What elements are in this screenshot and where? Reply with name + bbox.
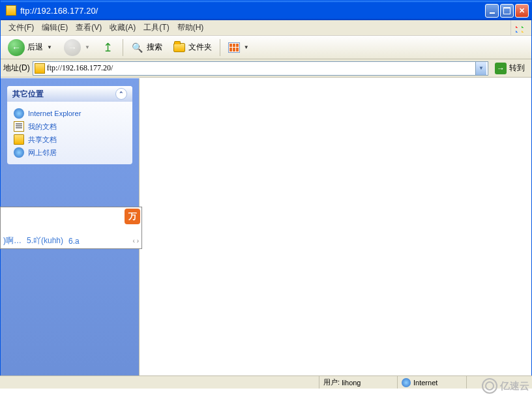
forward-button[interactable]: → ▼ xyxy=(59,37,96,59)
ime-popup: 万 )啊… 5.吖(kuhh) 6.a ‹ › xyxy=(0,207,142,249)
link-shared-label: 共享文档 xyxy=(28,135,57,145)
back-button[interactable]: ← 后退 ▼ xyxy=(3,37,58,59)
status-user: 用户: lihong xyxy=(319,376,398,389)
minimize-button[interactable] xyxy=(485,4,499,18)
go-icon: → xyxy=(495,63,507,74)
address-dropdown-icon[interactable]: ▼ xyxy=(475,62,486,75)
views-dropdown-icon[interactable]: ▼ xyxy=(243,44,250,50)
views-button[interactable]: ▼ xyxy=(224,40,255,55)
close-button[interactable]: ✕ xyxy=(515,4,529,18)
address-bar: 地址(D) ftp://192.168.177.20/ ▼ → 转到 xyxy=(1,59,531,78)
back-dropdown-icon[interactable]: ▼ xyxy=(46,44,53,50)
back-icon: ← xyxy=(8,39,25,56)
ime-candidate-2[interactable]: 5.吖(kuhh) xyxy=(27,235,63,246)
views-icon xyxy=(228,42,240,53)
menu-tools[interactable]: 工具(T) xyxy=(140,21,173,35)
other-places-title: 其它位置 xyxy=(12,89,44,100)
other-places-header[interactable]: 其它位置 ⌃ xyxy=(7,86,132,102)
status-zone-label: Internet xyxy=(413,379,437,387)
document-icon xyxy=(14,121,24,132)
forward-icon: → xyxy=(64,39,81,56)
link-network-neighborhood[interactable]: 网上邻居 xyxy=(14,146,126,159)
go-label: 转到 xyxy=(509,63,525,74)
go-button[interactable]: → 转到 xyxy=(491,61,529,76)
toolbar: ← 后退 ▼ → ▼ ↥ 🔍 搜索 文件夹 ▼ xyxy=(1,36,531,59)
folders-button[interactable]: 文件夹 xyxy=(168,38,216,57)
window-title: ftp://192.168.177.20/ xyxy=(19,6,485,16)
menu-favorites[interactable]: 收藏(A) xyxy=(106,21,140,35)
link-mydocs-label: 我的文档 xyxy=(28,122,57,132)
status-bar: 用户: lihong Internet xyxy=(0,375,532,389)
ime-candidate-3[interactable]: 6.a xyxy=(68,237,80,246)
menubar: 文件(F) 编辑(E) 查看(V) 收藏(A) 工具(T) 帮助(H) xyxy=(1,20,531,36)
ime-pager[interactable]: ‹ › xyxy=(133,237,139,244)
shared-folder-icon xyxy=(14,134,24,145)
up-icon: ↥ xyxy=(102,41,115,54)
status-user-label: 用户: xyxy=(323,377,340,387)
status-zone: Internet xyxy=(398,376,467,389)
menu-file[interactable]: 文件(F) xyxy=(5,21,38,35)
titlebar: ftp://192.168.177.20/ ✕ xyxy=(1,1,531,20)
address-input[interactable]: ftp://192.168.177.20/ ▼ xyxy=(33,61,488,76)
other-places-box: 其它位置 ⌃ Internet Explorer 我的文档 共享文档 xyxy=(7,86,132,164)
collapse-icon[interactable]: ⌃ xyxy=(115,88,127,100)
file-list-pane[interactable] xyxy=(139,78,531,388)
up-button[interactable]: ↥ xyxy=(97,38,119,57)
back-label: 后退 xyxy=(27,42,43,53)
search-icon: 🔍 xyxy=(131,41,144,54)
toolbar-separator xyxy=(220,39,220,56)
address-label: 地址(D) xyxy=(3,63,30,74)
window-icon xyxy=(6,5,16,16)
menu-view[interactable]: 查看(V) xyxy=(72,21,106,35)
address-icon xyxy=(35,63,45,74)
link-shared-documents[interactable]: 共享文档 xyxy=(14,133,126,146)
folders-label: 文件夹 xyxy=(188,42,212,53)
toolbar-separator xyxy=(123,39,123,56)
menu-edit[interactable]: 编辑(E) xyxy=(38,21,72,35)
search-button[interactable]: 🔍 搜索 xyxy=(126,38,167,57)
menu-help[interactable]: 帮助(H) xyxy=(173,21,208,35)
status-left xyxy=(0,376,319,389)
ime-brand-icon: 万 xyxy=(125,209,140,224)
ime-candidate-1[interactable]: )啊… xyxy=(3,235,22,246)
watermark-text: 亿速云 xyxy=(500,380,529,392)
internet-zone-icon xyxy=(402,378,411,387)
network-icon xyxy=(14,147,24,158)
link-ie-label: Internet Explorer xyxy=(28,110,81,117)
windows-logo-icon xyxy=(510,20,531,36)
link-internet-explorer[interactable]: Internet Explorer xyxy=(14,107,126,120)
status-user-value: lihong xyxy=(342,379,361,387)
search-label: 搜索 xyxy=(147,42,162,53)
link-my-documents[interactable]: 我的文档 xyxy=(14,120,126,133)
watermark: 亿速云 xyxy=(482,375,529,397)
ie-icon xyxy=(14,108,24,119)
address-value: ftp://192.168.177.20/ xyxy=(47,63,475,73)
link-network-label: 网上邻居 xyxy=(28,148,57,158)
watermark-icon xyxy=(482,378,497,394)
forward-dropdown-icon[interactable]: ▼ xyxy=(83,44,91,50)
folder-icon xyxy=(173,43,185,52)
maximize-button[interactable] xyxy=(500,4,514,18)
